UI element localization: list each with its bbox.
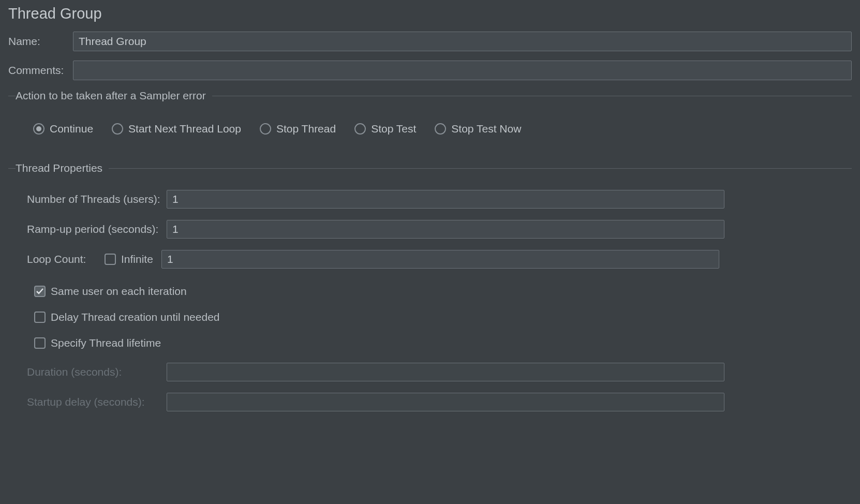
comments-input[interactable] [73, 61, 852, 80]
ramp-up-label: Ramp-up period (seconds): [27, 223, 167, 235]
specify-lifetime-checkbox-item[interactable]: Specify Thread lifetime [34, 337, 852, 349]
radio-label: Start Next Thread Loop [128, 123, 241, 135]
error-action-fieldset: Action to be taken after a Sampler error… [8, 90, 852, 150]
check-icon [36, 287, 44, 295]
startup-delay-input [167, 393, 724, 411]
thread-properties-fieldset: Thread Properties Number of Threads (use… [8, 162, 852, 423]
same-user-checkbox-item[interactable]: Same user on each iteration [34, 285, 852, 298]
ramp-up-row: Ramp-up period (seconds): [27, 220, 852, 239]
radio-label: Stop Thread [276, 123, 336, 135]
thread-properties-content: Number of Threads (users): Ramp-up perio… [8, 174, 852, 411]
same-user-label: Same user on each iteration [51, 285, 187, 298]
specify-lifetime-label: Specify Thread lifetime [51, 337, 161, 349]
infinite-checkbox [105, 254, 116, 265]
radio-icon [260, 123, 271, 135]
name-input[interactable] [73, 32, 852, 51]
thread-properties-legend: Thread Properties [16, 162, 109, 174]
same-user-checkbox [34, 286, 46, 297]
radio-label: Stop Test Now [451, 123, 521, 135]
error-action-radio-group: Continue Start Next Thread Loop Stop Thr… [8, 102, 852, 150]
loop-count-input[interactable] [161, 250, 719, 269]
duration-label: Duration (seconds): [27, 366, 167, 378]
radio-stop-test-now[interactable]: Stop Test Now [435, 123, 521, 135]
num-threads-label: Number of Threads (users): [27, 193, 167, 205]
num-threads-input[interactable] [167, 190, 724, 209]
startup-delay-label: Startup delay (seconds): [27, 396, 167, 408]
radio-start-next-loop[interactable]: Start Next Thread Loop [112, 123, 241, 135]
duration-input [167, 363, 724, 381]
specify-lifetime-checkbox [34, 337, 46, 349]
radio-icon [354, 123, 366, 135]
radio-icon [112, 123, 123, 135]
radio-label: Stop Test [371, 123, 416, 135]
duration-row: Duration (seconds): [27, 363, 852, 381]
infinite-checkbox-wrap[interactable]: Infinite [105, 253, 153, 265]
radio-continue[interactable]: Continue [33, 123, 93, 135]
loop-count-row: Loop Count: Infinite [27, 250, 852, 269]
num-threads-row: Number of Threads (users): [27, 190, 852, 209]
radio-label: Continue [50, 123, 93, 135]
panel-title: Thread Group [8, 5, 852, 22]
ramp-up-input[interactable] [167, 220, 724, 239]
delay-thread-checkbox [34, 312, 46, 323]
loop-count-label: Loop Count: [27, 253, 105, 265]
name-label: Name: [8, 35, 73, 48]
radio-icon [435, 123, 446, 135]
comments-label: Comments: [8, 64, 73, 77]
error-action-legend: Action to be taken after a Sampler error [16, 90, 212, 102]
radio-icon [33, 123, 45, 135]
comments-row: Comments: [8, 61, 852, 80]
radio-stop-thread[interactable]: Stop Thread [260, 123, 336, 135]
delay-thread-checkbox-item[interactable]: Delay Thread creation until needed [34, 311, 852, 323]
name-row: Name: [8, 32, 852, 51]
startup-delay-row: Startup delay (seconds): [27, 393, 852, 411]
radio-stop-test[interactable]: Stop Test [354, 123, 416, 135]
infinite-label: Infinite [121, 253, 153, 265]
delay-thread-label: Delay Thread creation until needed [51, 311, 220, 323]
